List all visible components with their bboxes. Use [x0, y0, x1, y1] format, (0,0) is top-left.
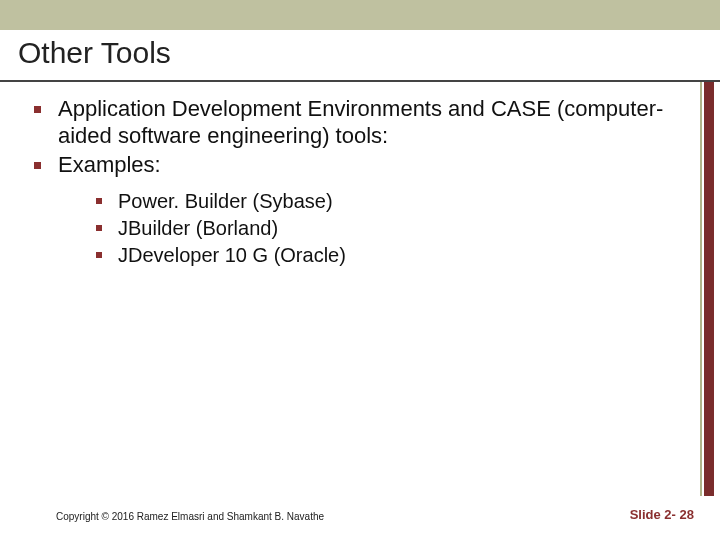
content-area: Application Development Environments and…	[28, 96, 680, 271]
slide-title: Other Tools	[18, 36, 702, 70]
list-item: JBuilder (Borland)	[90, 215, 680, 242]
slide-number: Slide 2- 28	[630, 507, 694, 522]
list-item: Power. Builder (Sybase)	[90, 188, 680, 215]
accent-vertical-thick	[704, 82, 714, 496]
title-underline	[0, 80, 720, 82]
list-item-text: Application Development Environments and…	[58, 96, 663, 148]
list-item-text: JBuilder (Borland)	[118, 217, 278, 239]
footer: Copyright © 2016 Ramez Elmasri and Shamk…	[0, 507, 720, 522]
list-item-text: JDeveloper 10 G (Oracle)	[118, 244, 346, 266]
list-item: Examples: Power. Builder (Sybase) JBuild…	[28, 152, 680, 270]
list-item-text: Power. Builder (Sybase)	[118, 190, 333, 212]
copyright-text: Copyright © 2016 Ramez Elmasri and Shamk…	[56, 511, 324, 522]
list-item: JDeveloper 10 G (Oracle)	[90, 242, 680, 269]
sub-bullet-list: Power. Builder (Sybase) JBuilder (Borlan…	[90, 188, 680, 269]
title-area: Other Tools	[18, 36, 702, 70]
list-item-text: Examples:	[58, 152, 161, 177]
accent-vertical-thin	[700, 82, 702, 496]
top-accent-bar	[0, 0, 720, 30]
slide: Other Tools Application Development Envi…	[0, 0, 720, 540]
bullet-list: Application Development Environments and…	[28, 96, 680, 269]
list-item: Application Development Environments and…	[28, 96, 680, 150]
